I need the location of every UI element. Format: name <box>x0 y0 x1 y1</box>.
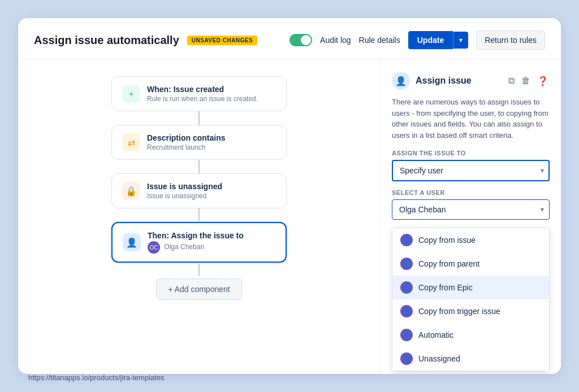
select-user-select[interactable]: Olga Cheban <box>392 199 550 220</box>
dropdown-item-icon: 👤 <box>400 234 413 246</box>
dropdown-item-icon: 👤 <box>400 329 413 341</box>
action-text: Then: Assign the issue to OC Olga Cheban <box>148 231 244 254</box>
update-button[interactable]: Update <box>408 31 453 49</box>
page-title: Assign issue automatically <box>34 34 179 47</box>
connector-4 <box>198 263 200 276</box>
condition1-title: Description contains <box>147 133 225 142</box>
dropdown-item[interactable]: 👤Unassigned <box>392 347 549 371</box>
panel-title: Assign issue <box>416 76 502 86</box>
right-panel: 👤 Assign issue ⧉ 🗑 ❓ There are numerous … <box>380 59 561 374</box>
dropdown-item[interactable]: 👤Copy from Epic <box>392 276 549 299</box>
condition1-icon: ⇄ <box>122 133 140 151</box>
flow-node-condition1[interactable]: ⇄ Description contains Recruitment launc… <box>111 125 287 160</box>
trigger-title: When: Issue created <box>147 85 258 94</box>
dropdown-item-label: Automatic <box>418 330 453 339</box>
dropdown-item-icon: 👤 <box>400 281 413 294</box>
panel-help-button[interactable]: ❓ <box>536 75 550 88</box>
panel-description: There are numerous ways to assign issues… <box>392 97 550 141</box>
flow-node-action[interactable]: 👤 Then: Assign the issue to OC Olga Cheb… <box>111 222 287 263</box>
connector-1 <box>198 111 200 125</box>
select-user-wrapper: Olga Cheban ▾ <box>392 199 550 220</box>
condition1-subtitle: Recruitment launch <box>147 143 225 151</box>
panel-assign-icon: 👤 <box>392 72 410 90</box>
dropdown-list: 👤Copy from issue👤Copy from parent👤Copy f… <box>392 228 550 371</box>
action-subtitle: OC Olga Cheban <box>148 241 244 254</box>
trigger-icon: ＋ <box>122 85 140 103</box>
dropdown-item-label: Unassigned <box>418 354 460 363</box>
action-title: Then: Assign the issue to <box>148 231 244 240</box>
condition2-text: Issue is unassigned Issue is unassigned <box>147 182 222 200</box>
assign-issue-to-label: Assign the issue to <box>392 150 550 156</box>
panel-actions: ⧉ 🗑 ❓ <box>507 75 550 88</box>
return-button[interactable]: Return to rules <box>476 31 545 50</box>
unsaved-badge: UNSAVED CHANGES <box>187 36 257 45</box>
trigger-text: When: Issue created Rule is run when an … <box>147 85 258 103</box>
dropdown-item-icon: 👤 <box>400 305 413 317</box>
dropdown-item-label: Copy from Epic <box>418 283 473 292</box>
connector-3 <box>198 208 200 222</box>
dropdown-item-label: Copy from trigger issue <box>418 307 500 316</box>
add-component-button[interactable]: + Add component <box>156 278 241 300</box>
panel-header: 👤 Assign issue ⧉ 🗑 ❓ <box>392 72 550 90</box>
action-icon: 👤 <box>123 233 141 251</box>
footer-url: https://titanapps.io/products/jira-templ… <box>28 373 165 382</box>
dropdown-item[interactable]: 👤Copy from issue <box>392 228 549 252</box>
rule-details-link[interactable]: Rule details <box>359 36 400 45</box>
dropdown-item[interactable]: 👤Copy from trigger issue <box>392 299 549 323</box>
panel-copy-button[interactable]: ⧉ <box>507 75 516 87</box>
connector-2 <box>198 160 200 173</box>
rule-toggle[interactable] <box>290 34 312 46</box>
dropdown-item[interactable]: 👤Automatic <box>392 323 549 347</box>
panel-delete-button[interactable]: 🗑 <box>520 75 532 87</box>
select-user-label: Select a user <box>392 189 550 196</box>
flow-node-trigger[interactable]: ＋ When: Issue created Rule is run when a… <box>111 76 287 111</box>
trigger-subtitle: Rule is run when an issue is created. <box>147 95 258 103</box>
update-button-group: Update ▾ <box>408 31 468 49</box>
condition2-title: Issue is unassigned <box>147 182 222 191</box>
audit-log-link[interactable]: Audit log <box>320 36 351 45</box>
dropdown-item-icon: 👤 <box>400 352 413 365</box>
flow-node-condition2[interactable]: 🔒 Issue is unassigned Issue is unassigne… <box>111 173 287 208</box>
condition2-icon: 🔒 <box>122 182 140 200</box>
condition2-subtitle: Issue is unassigned <box>147 192 222 200</box>
header: Assign issue automatically UNSAVED CHANG… <box>18 18 561 59</box>
main-content: ＋ When: Issue created Rule is run when a… <box>18 59 561 374</box>
update-dropdown-button[interactable]: ▾ <box>453 32 468 49</box>
flow-panel: ＋ When: Issue created Rule is run when a… <box>18 59 380 374</box>
dropdown-item-icon: 👤 <box>400 258 413 270</box>
dropdown-item-label: Copy from issue <box>418 236 476 245</box>
action-avatar: OC <box>148 241 160 254</box>
main-card: Assign issue automatically UNSAVED CHANG… <box>18 18 561 374</box>
condition1-text: Description contains Recruitment launch <box>147 133 225 151</box>
dropdown-item-label: Copy from parent <box>418 259 479 268</box>
dropdown-item[interactable]: 👤Copy from parent <box>392 252 549 276</box>
assign-issue-select[interactable]: Specify user <box>392 160 550 181</box>
assign-issue-select-wrapper: Specify user ▾ <box>392 160 550 181</box>
